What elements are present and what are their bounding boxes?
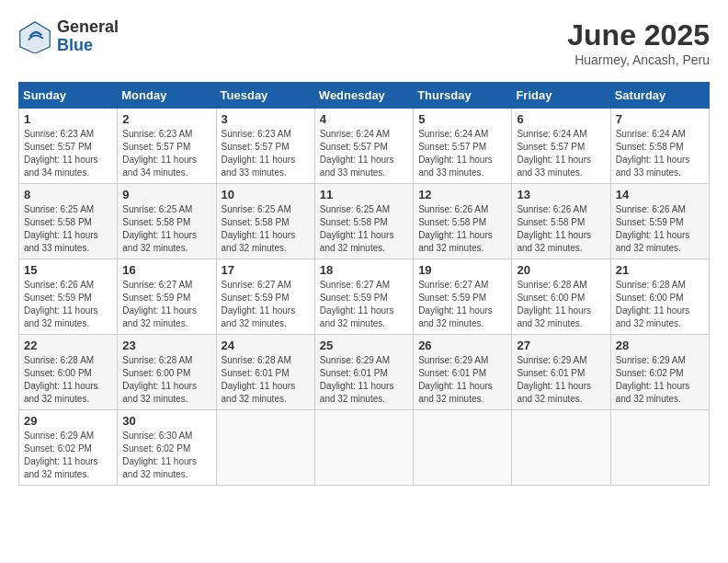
day-info: Sunrise: 6:26 AM Sunset: 5:58 PM Dayligh… <box>517 203 605 255</box>
day-info: Sunrise: 6:26 AM Sunset: 5:58 PM Dayligh… <box>418 203 506 255</box>
calendar-cell <box>512 410 610 486</box>
day-info: Sunrise: 6:24 AM Sunset: 5:57 PM Dayligh… <box>517 128 605 179</box>
day-number: 15 <box>24 263 112 277</box>
calendar-cell: 25 Sunrise: 6:29 AM Sunset: 6:01 PM Dayl… <box>314 335 413 410</box>
day-info: Sunrise: 6:23 AM Sunset: 5:57 PM Dayligh… <box>122 128 210 179</box>
calendar-cell: 5 Sunrise: 6:24 AM Sunset: 5:57 PM Dayli… <box>414 109 512 184</box>
day-info: Sunrise: 6:27 AM Sunset: 5:59 PM Dayligh… <box>418 279 506 330</box>
day-info: Sunrise: 6:23 AM Sunset: 5:57 PM Dayligh… <box>24 128 112 179</box>
day-info: Sunrise: 6:29 AM Sunset: 6:01 PM Dayligh… <box>320 354 408 406</box>
day-number: 3 <box>222 112 310 126</box>
calendar-cell: 8 Sunrise: 6:25 AM Sunset: 5:58 PM Dayli… <box>19 184 118 259</box>
calendar-cell: 11 Sunrise: 6:25 AM Sunset: 5:58 PM Dayl… <box>314 184 413 259</box>
calendar-cell: 16 Sunrise: 6:27 AM Sunset: 5:59 PM Dayl… <box>118 259 216 335</box>
day-number: 16 <box>122 263 210 277</box>
day-number: 14 <box>616 188 704 201</box>
day-info: Sunrise: 6:27 AM Sunset: 5:59 PM Dayligh… <box>320 279 408 330</box>
calendar-cell: 17 Sunrise: 6:27 AM Sunset: 5:59 PM Dayl… <box>216 259 314 335</box>
calendar-header-row: SundayMondayTuesdayWednesdayThursdayFrid… <box>19 83 710 109</box>
logo-blue-text: Blue <box>57 36 93 54</box>
day-info: Sunrise: 6:26 AM Sunset: 5:59 PM Dayligh… <box>24 279 112 330</box>
day-number: 12 <box>418 188 506 201</box>
calendar-week-row: 22 Sunrise: 6:28 AM Sunset: 6:00 PM Dayl… <box>19 335 710 410</box>
calendar-cell: 7 Sunrise: 6:24 AM Sunset: 5:58 PM Dayli… <box>610 109 709 184</box>
calendar-cell: 29 Sunrise: 6:29 AM Sunset: 6:02 PM Dayl… <box>19 410 118 486</box>
day-number: 17 <box>222 263 310 277</box>
day-info: Sunrise: 6:29 AM Sunset: 6:01 PM Dayligh… <box>517 354 605 406</box>
day-number: 22 <box>24 339 112 352</box>
calendar-cell: 2 Sunrise: 6:23 AM Sunset: 5:57 PM Dayli… <box>118 109 216 184</box>
day-number: 19 <box>418 263 506 277</box>
logo-general-text: General <box>57 17 119 36</box>
calendar-cell <box>610 410 709 486</box>
day-number: 26 <box>418 339 506 352</box>
day-number: 6 <box>517 112 605 126</box>
day-number: 30 <box>122 414 210 428</box>
day-info: Sunrise: 6:23 AM Sunset: 5:57 PM Dayligh… <box>222 128 310 179</box>
calendar-cell: 14 Sunrise: 6:26 AM Sunset: 5:59 PM Dayl… <box>610 184 709 259</box>
calendar-week-row: 1 Sunrise: 6:23 AM Sunset: 5:57 PM Dayli… <box>19 109 710 184</box>
calendar-cell: 23 Sunrise: 6:28 AM Sunset: 6:00 PM Dayl… <box>118 335 216 410</box>
logo: General Blue <box>18 18 119 55</box>
day-info: Sunrise: 6:25 AM Sunset: 5:58 PM Dayligh… <box>222 203 310 255</box>
calendar-header-monday: Monday <box>118 83 216 109</box>
day-number: 27 <box>517 339 605 352</box>
calendar-cell: 6 Sunrise: 6:24 AM Sunset: 5:57 PM Dayli… <box>512 109 610 184</box>
calendar-cell: 27 Sunrise: 6:29 AM Sunset: 6:01 PM Dayl… <box>512 335 610 410</box>
calendar-cell <box>216 410 314 486</box>
calendar-cell: 26 Sunrise: 6:29 AM Sunset: 6:01 PM Dayl… <box>414 335 512 410</box>
day-info: Sunrise: 6:24 AM Sunset: 5:57 PM Dayligh… <box>320 128 408 179</box>
calendar-cell: 9 Sunrise: 6:25 AM Sunset: 5:58 PM Dayli… <box>118 184 216 259</box>
day-number: 25 <box>320 339 408 352</box>
calendar-cell: 18 Sunrise: 6:27 AM Sunset: 5:59 PM Dayl… <box>314 259 413 335</box>
day-info: Sunrise: 6:29 AM Sunset: 6:01 PM Dayligh… <box>418 354 506 406</box>
day-number: 28 <box>616 339 704 352</box>
page-header: General Blue June 2025 Huarmey, Ancash, … <box>18 18 710 67</box>
calendar-cell: 20 Sunrise: 6:28 AM Sunset: 6:00 PM Dayl… <box>512 259 610 335</box>
day-info: Sunrise: 6:29 AM Sunset: 6:02 PM Dayligh… <box>616 354 704 406</box>
day-number: 24 <box>222 339 310 352</box>
title-block: June 2025 Huarmey, Ancash, Peru <box>567 18 710 67</box>
day-number: 21 <box>616 263 704 277</box>
calendar-header-tuesday: Tuesday <box>216 83 314 109</box>
day-info: Sunrise: 6:27 AM Sunset: 5:59 PM Dayligh… <box>222 279 310 330</box>
day-number: 9 <box>122 188 210 201</box>
calendar-table: SundayMondayTuesdayWednesdayThursdayFrid… <box>18 82 710 486</box>
day-info: Sunrise: 6:26 AM Sunset: 5:59 PM Dayligh… <box>616 203 704 255</box>
day-number: 10 <box>222 188 310 201</box>
day-info: Sunrise: 6:28 AM Sunset: 6:01 PM Dayligh… <box>222 354 310 406</box>
calendar-cell: 24 Sunrise: 6:28 AM Sunset: 6:01 PM Dayl… <box>216 335 314 410</box>
calendar-header-saturday: Saturday <box>610 83 709 109</box>
day-info: Sunrise: 6:28 AM Sunset: 6:00 PM Dayligh… <box>616 279 704 330</box>
day-number: 13 <box>517 188 605 201</box>
calendar-cell: 30 Sunrise: 6:30 AM Sunset: 6:02 PM Dayl… <box>118 410 216 486</box>
logo-text: General Blue <box>57 18 119 55</box>
day-number: 2 <box>122 112 210 126</box>
calendar-cell: 22 Sunrise: 6:28 AM Sunset: 6:00 PM Dayl… <box>19 335 118 410</box>
calendar-cell: 28 Sunrise: 6:29 AM Sunset: 6:02 PM Dayl… <box>610 335 709 410</box>
day-number: 8 <box>24 188 112 201</box>
day-info: Sunrise: 6:28 AM Sunset: 6:00 PM Dayligh… <box>122 354 210 406</box>
day-info: Sunrise: 6:27 AM Sunset: 5:59 PM Dayligh… <box>122 279 210 330</box>
day-info: Sunrise: 6:25 AM Sunset: 5:58 PM Dayligh… <box>122 203 210 255</box>
calendar-header-friday: Friday <box>512 83 610 109</box>
day-info: Sunrise: 6:28 AM Sunset: 6:00 PM Dayligh… <box>517 279 605 330</box>
month-title: June 2025 <box>567 18 710 52</box>
calendar-cell: 1 Sunrise: 6:23 AM Sunset: 5:57 PM Dayli… <box>19 109 118 184</box>
day-number: 5 <box>418 112 506 126</box>
calendar-cell: 3 Sunrise: 6:23 AM Sunset: 5:57 PM Dayli… <box>216 109 314 184</box>
day-info: Sunrise: 6:24 AM Sunset: 5:57 PM Dayligh… <box>418 128 506 179</box>
day-info: Sunrise: 6:29 AM Sunset: 6:02 PM Dayligh… <box>24 430 112 481</box>
day-number: 1 <box>24 112 112 126</box>
day-number: 29 <box>24 414 112 428</box>
day-number: 7 <box>616 112 704 126</box>
location-subtitle: Huarmey, Ancash, Peru <box>567 52 710 67</box>
calendar-cell: 13 Sunrise: 6:26 AM Sunset: 5:58 PM Dayl… <box>512 184 610 259</box>
calendar-week-row: 15 Sunrise: 6:26 AM Sunset: 5:59 PM Dayl… <box>19 259 710 335</box>
calendar-week-row: 8 Sunrise: 6:25 AM Sunset: 5:58 PM Dayli… <box>19 184 710 259</box>
day-number: 23 <box>122 339 210 352</box>
calendar-header-sunday: Sunday <box>19 83 118 109</box>
day-number: 4 <box>320 112 408 126</box>
calendar-cell: 12 Sunrise: 6:26 AM Sunset: 5:58 PM Dayl… <box>414 184 512 259</box>
calendar-week-row: 29 Sunrise: 6:29 AM Sunset: 6:02 PM Dayl… <box>19 410 710 486</box>
